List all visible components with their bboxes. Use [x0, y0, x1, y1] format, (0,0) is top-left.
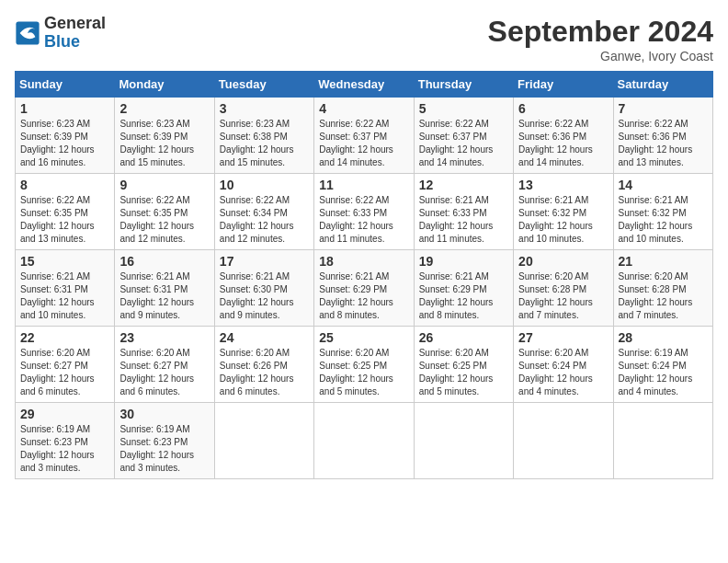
calendar-week-row: 15Sunrise: 6:21 AMSunset: 6:31 PMDayligh… [16, 250, 713, 327]
calendar-table: SundayMondayTuesdayWednesdayThursdayFrid… [15, 71, 713, 479]
logo: General Blue [15, 15, 106, 52]
calendar-cell [414, 403, 513, 479]
day-number: 2 [119, 101, 209, 116]
calendar-cell: 6Sunrise: 6:22 AMSunset: 6:36 PMDaylight… [514, 98, 613, 174]
header-cell-thursday: Thursday [414, 72, 513, 98]
day-number: 29 [20, 407, 109, 421]
day-number: 21 [619, 254, 708, 269]
day-number: 25 [319, 330, 408, 345]
calendar-cell [613, 403, 712, 479]
calendar-cell: 11Sunrise: 6:22 AMSunset: 6:33 PMDayligh… [314, 174, 414, 250]
calendar-week-row: 8Sunrise: 6:22 AMSunset: 6:35 PMDaylight… [16, 174, 713, 250]
day-info: Sunrise: 6:22 AMSunset: 6:36 PMDaylight:… [619, 118, 708, 169]
calendar-cell: 23Sunrise: 6:20 AMSunset: 6:27 PMDayligh… [115, 327, 214, 403]
day-info: Sunrise: 6:22 AMSunset: 6:35 PMDaylight:… [20, 194, 109, 246]
day-info: Sunrise: 6:19 AMSunset: 6:24 PMDaylight:… [619, 347, 708, 398]
day-info: Sunrise: 6:22 AMSunset: 6:35 PMDaylight:… [119, 194, 209, 246]
day-info: Sunrise: 6:21 AMSunset: 6:33 PMDaylight:… [419, 194, 508, 246]
calendar-cell: 27Sunrise: 6:20 AMSunset: 6:24 PMDayligh… [514, 327, 613, 403]
day-info: Sunrise: 6:20 AMSunset: 6:28 PMDaylight:… [518, 270, 608, 322]
calendar-cell: 18Sunrise: 6:21 AMSunset: 6:29 PMDayligh… [314, 250, 414, 327]
day-info: Sunrise: 6:22 AMSunset: 6:37 PMDaylight:… [319, 118, 408, 169]
calendar-cell: 2Sunrise: 6:23 AMSunset: 6:39 PMDaylight… [115, 98, 214, 174]
day-number: 20 [518, 254, 608, 269]
calendar-cell: 14Sunrise: 6:21 AMSunset: 6:32 PMDayligh… [613, 174, 712, 250]
day-info: Sunrise: 6:21 AMSunset: 6:31 PMDaylight:… [119, 270, 209, 322]
calendar-cell: 12Sunrise: 6:21 AMSunset: 6:33 PMDayligh… [414, 174, 513, 250]
header-cell-wednesday: Wednesday [314, 72, 414, 98]
calendar-cell: 25Sunrise: 6:20 AMSunset: 6:25 PMDayligh… [314, 327, 414, 403]
day-info: Sunrise: 6:20 AMSunset: 6:25 PMDaylight:… [319, 347, 408, 398]
day-number: 17 [220, 254, 309, 269]
calendar-cell: 30Sunrise: 6:19 AMSunset: 6:23 PMDayligh… [115, 403, 214, 479]
day-info: Sunrise: 6:20 AMSunset: 6:26 PMDaylight:… [220, 347, 309, 398]
day-info: Sunrise: 6:19 AMSunset: 6:23 PMDaylight:… [119, 423, 209, 475]
day-number: 8 [20, 178, 109, 192]
calendar-cell [314, 403, 414, 479]
calendar-cell: 1Sunrise: 6:23 AMSunset: 6:39 PMDaylight… [16, 98, 115, 174]
header-cell-tuesday: Tuesday [214, 72, 313, 98]
day-number: 24 [220, 330, 309, 345]
day-number: 11 [319, 178, 408, 192]
day-info: Sunrise: 6:22 AMSunset: 6:33 PMDaylight:… [319, 194, 408, 246]
day-number: 6 [518, 101, 608, 116]
calendar-cell: 10Sunrise: 6:22 AMSunset: 6:34 PMDayligh… [214, 174, 313, 250]
title-area: September 2024 Ganwe, Ivory Coast [488, 15, 713, 63]
calendar-cell: 26Sunrise: 6:20 AMSunset: 6:25 PMDayligh… [414, 327, 513, 403]
day-number: 14 [619, 178, 708, 192]
calendar-header-row: SundayMondayTuesdayWednesdayThursdayFrid… [16, 72, 713, 98]
calendar-cell: 29Sunrise: 6:19 AMSunset: 6:23 PMDayligh… [16, 403, 115, 479]
calendar-cell: 19Sunrise: 6:21 AMSunset: 6:29 PMDayligh… [414, 250, 513, 327]
calendar-cell: 24Sunrise: 6:20 AMSunset: 6:26 PMDayligh… [214, 327, 313, 403]
calendar-cell [214, 403, 313, 479]
day-number: 15 [20, 254, 109, 269]
day-number: 13 [518, 178, 608, 192]
day-info: Sunrise: 6:20 AMSunset: 6:24 PMDaylight:… [518, 347, 608, 398]
day-number: 3 [220, 101, 309, 116]
day-info: Sunrise: 6:21 AMSunset: 6:31 PMDaylight:… [20, 270, 109, 322]
day-number: 16 [119, 254, 209, 269]
day-number: 10 [220, 178, 309, 192]
header: General Blue September 2024 Ganwe, Ivory… [15, 15, 713, 63]
day-info: Sunrise: 6:19 AMSunset: 6:23 PMDaylight:… [20, 423, 109, 475]
day-info: Sunrise: 6:20 AMSunset: 6:27 PMDaylight:… [119, 347, 209, 398]
calendar-cell: 28Sunrise: 6:19 AMSunset: 6:24 PMDayligh… [613, 327, 712, 403]
calendar-cell: 3Sunrise: 6:23 AMSunset: 6:38 PMDaylight… [214, 98, 313, 174]
header-cell-monday: Monday [115, 72, 214, 98]
logo-line1: General [44, 15, 106, 33]
day-info: Sunrise: 6:22 AMSunset: 6:36 PMDaylight:… [518, 118, 608, 169]
calendar-cell [514, 403, 613, 479]
day-info: Sunrise: 6:20 AMSunset: 6:25 PMDaylight:… [419, 347, 508, 398]
day-info: Sunrise: 6:20 AMSunset: 6:28 PMDaylight:… [619, 270, 708, 322]
header-cell-saturday: Saturday [613, 72, 712, 98]
calendar-cell: 16Sunrise: 6:21 AMSunset: 6:31 PMDayligh… [115, 250, 214, 327]
day-number: 19 [419, 254, 508, 269]
logo-line2: Blue [44, 33, 106, 52]
day-number: 22 [20, 330, 109, 345]
calendar-cell: 5Sunrise: 6:22 AMSunset: 6:37 PMDaylight… [414, 98, 513, 174]
calendar-cell: 9Sunrise: 6:22 AMSunset: 6:35 PMDaylight… [115, 174, 214, 250]
day-info: Sunrise: 6:22 AMSunset: 6:37 PMDaylight:… [419, 118, 508, 169]
day-number: 28 [619, 330, 708, 345]
calendar-cell: 7Sunrise: 6:22 AMSunset: 6:36 PMDaylight… [613, 98, 712, 174]
day-number: 18 [319, 254, 408, 269]
day-info: Sunrise: 6:21 AMSunset: 6:29 PMDaylight:… [319, 270, 408, 322]
calendar-cell: 21Sunrise: 6:20 AMSunset: 6:28 PMDayligh… [613, 250, 712, 327]
day-info: Sunrise: 6:21 AMSunset: 6:32 PMDaylight:… [518, 194, 608, 246]
day-number: 27 [518, 330, 608, 345]
day-info: Sunrise: 6:23 AMSunset: 6:39 PMDaylight:… [119, 118, 209, 169]
calendar-cell: 20Sunrise: 6:20 AMSunset: 6:28 PMDayligh… [514, 250, 613, 327]
calendar-cell: 4Sunrise: 6:22 AMSunset: 6:37 PMDaylight… [314, 98, 414, 174]
header-cell-friday: Friday [514, 72, 613, 98]
day-number: 9 [119, 178, 209, 192]
calendar-cell: 13Sunrise: 6:21 AMSunset: 6:32 PMDayligh… [514, 174, 613, 250]
day-info: Sunrise: 6:21 AMSunset: 6:32 PMDaylight:… [619, 194, 708, 246]
day-number: 23 [119, 330, 209, 345]
day-number: 4 [319, 101, 408, 116]
day-info: Sunrise: 6:23 AMSunset: 6:39 PMDaylight:… [20, 118, 109, 169]
day-number: 26 [419, 330, 508, 345]
day-info: Sunrise: 6:22 AMSunset: 6:34 PMDaylight:… [220, 194, 309, 246]
calendar-cell: 17Sunrise: 6:21 AMSunset: 6:30 PMDayligh… [214, 250, 313, 327]
day-info: Sunrise: 6:21 AMSunset: 6:29 PMDaylight:… [419, 270, 508, 322]
day-number: 12 [419, 178, 508, 192]
